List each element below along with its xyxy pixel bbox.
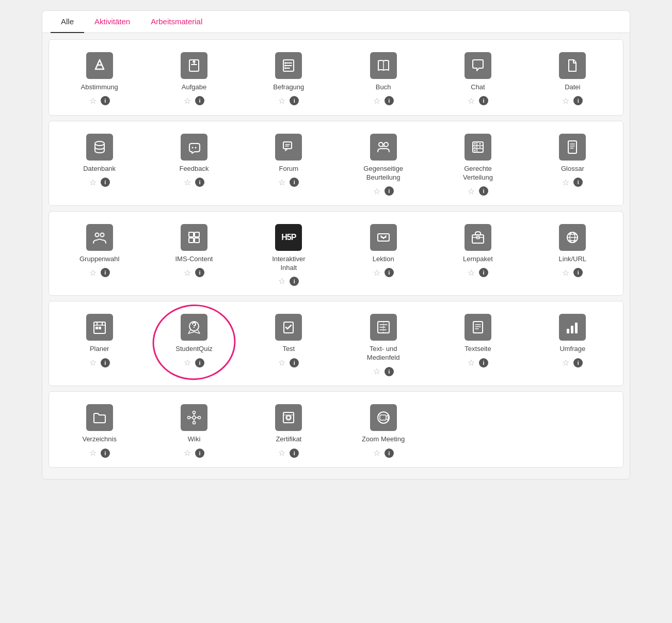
item-lektion[interactable]: Lektion ☆ i: [337, 216, 429, 292]
datei-info[interactable]: i: [573, 96, 583, 105]
planer-star[interactable]: ☆: [89, 358, 97, 368]
item-buch[interactable]: Buch ☆ i: [337, 44, 429, 111]
gruppenwahl-label: Gruppenwahl: [79, 255, 119, 264]
item-glossar[interactable]: Glossar ☆ i: [526, 125, 619, 201]
datei-star[interactable]: ☆: [562, 96, 569, 106]
item-ims[interactable]: IMS-Content ☆ i: [148, 216, 240, 292]
gerechte-info[interactable]: i: [479, 186, 488, 196]
feedback-info[interactable]: i: [195, 178, 204, 187]
gruppenwahl-star[interactable]: ☆: [89, 268, 97, 278]
datenbank-star[interactable]: ☆: [89, 178, 97, 187]
item-test[interactable]: Test ☆ i: [243, 306, 335, 381]
item-datenbank[interactable]: Datenbank ☆ i: [53, 125, 146, 201]
tab-alle[interactable]: Alle: [51, 11, 84, 33]
item-gegenseitige[interactable]: GegenseitigeBeurteilung ☆ i: [337, 125, 429, 201]
gegenseitige-label: GegenseitigeBeurteilung: [363, 165, 403, 182]
item-planer[interactable]: Planer ☆ i: [53, 306, 146, 381]
befragung-star[interactable]: ☆: [278, 96, 285, 106]
item-feedback[interactable]: Feedback ☆ i: [148, 125, 240, 201]
aufgabe-info[interactable]: i: [195, 96, 204, 105]
feedback-star[interactable]: ☆: [184, 178, 191, 187]
ims-star[interactable]: ☆: [184, 268, 191, 278]
svg-point-29: [479, 143, 481, 145]
studentquiz-star[interactable]: ☆: [184, 358, 191, 368]
item-linkurl[interactable]: Link/URL ☆ i: [526, 216, 619, 292]
verzeichnis-star[interactable]: ☆: [89, 448, 97, 458]
glossar-star[interactable]: ☆: [562, 178, 569, 187]
tab-aktivitaeten[interactable]: Aktivitäten: [84, 11, 140, 33]
zoom-star[interactable]: ☆: [373, 448, 380, 458]
zertifikat-star[interactable]: ☆: [278, 448, 285, 458]
gegenseitige-info[interactable]: i: [385, 186, 394, 196]
item-lernpaket[interactable]: Lernpaket ☆ i: [431, 216, 524, 292]
gruppenwahl-info[interactable]: i: [101, 268, 110, 277]
glossar-info[interactable]: i: [573, 178, 583, 187]
studentquiz-info[interactable]: i: [195, 358, 204, 368]
studentquiz-actions: ☆ i: [184, 358, 204, 368]
forum-star[interactable]: ☆: [278, 178, 285, 187]
item-gruppenwahl[interactable]: Gruppenwahl ☆ i: [53, 216, 146, 292]
item-zoom[interactable]: Zoom Meeting ☆ i: [337, 396, 429, 463]
textmedien-star[interactable]: ☆: [373, 366, 380, 376]
item-datei[interactable]: Datei ☆ i: [526, 44, 619, 111]
lernpaket-star[interactable]: ☆: [468, 268, 475, 278]
textseite-star[interactable]: ☆: [468, 358, 475, 368]
item-gerechte[interactable]: GerechteVerteilung ☆ i: [431, 125, 524, 201]
studentquiz-label: StudentQuiz: [175, 345, 213, 354]
abstimmung-info[interactable]: i: [101, 96, 110, 105]
ims-info[interactable]: i: [195, 268, 204, 277]
interaktiv-info[interactable]: i: [290, 277, 299, 286]
gegenseitige-star[interactable]: ☆: [373, 186, 380, 196]
planer-icon: [86, 314, 113, 341]
textseite-info[interactable]: i: [479, 358, 488, 368]
test-info[interactable]: i: [290, 358, 299, 368]
aufgabe-label: Aufgabe: [182, 83, 206, 92]
item-forum[interactable]: Forum ☆ i: [243, 125, 335, 201]
item-studentquiz[interactable]: StudentQuiz ☆ i: [148, 306, 240, 381]
tab-arbeitsmaterial[interactable]: Arbeitsmaterial: [140, 11, 213, 33]
planer-info[interactable]: i: [101, 358, 110, 368]
lernpaket-info[interactable]: i: [479, 268, 488, 277]
lektion-info[interactable]: i: [385, 268, 394, 277]
item-chat[interactable]: Chat ☆ i: [431, 44, 524, 111]
zoom-info[interactable]: i: [385, 449, 394, 458]
item-interaktiv[interactable]: H5P InteraktiverInhalt ☆ i: [243, 216, 335, 292]
item-abstimmung[interactable]: Abstimmung ☆ i: [53, 44, 146, 111]
test-star[interactable]: ☆: [278, 358, 285, 368]
datenbank-info[interactable]: i: [101, 178, 110, 187]
svg-point-60: [194, 327, 195, 328]
item-textseite[interactable]: Textseite ☆ i: [431, 306, 524, 381]
abstimmung-star[interactable]: ☆: [89, 96, 97, 106]
linkurl-info[interactable]: i: [573, 268, 583, 277]
umfrage-star[interactable]: ☆: [562, 358, 569, 368]
textseite-actions: ☆ i: [468, 358, 488, 368]
interaktiv-star[interactable]: ☆: [278, 276, 285, 286]
verzeichnis-info[interactable]: i: [101, 449, 110, 458]
svg-rect-13: [284, 68, 286, 69]
befragung-info[interactable]: i: [290, 96, 299, 105]
lektion-star[interactable]: ☆: [373, 268, 380, 278]
forum-info[interactable]: i: [290, 178, 299, 187]
item-wiki[interactable]: Wiki ☆ i: [148, 396, 240, 463]
verzeichnis-actions: ☆ i: [89, 448, 110, 458]
aufgabe-star[interactable]: ☆: [184, 96, 191, 106]
buch-info[interactable]: i: [385, 96, 394, 105]
textmedien-info[interactable]: i: [385, 367, 394, 376]
linkurl-star[interactable]: ☆: [562, 268, 569, 278]
gerechte-star[interactable]: ☆: [468, 186, 475, 196]
item-befragung[interactable]: Befragung ☆ i: [243, 44, 335, 111]
zertifikat-info[interactable]: i: [290, 449, 299, 458]
textseite-label: Textseite: [465, 345, 491, 354]
item-zertifikat[interactable]: Zertifikat ☆ i: [243, 396, 335, 463]
wiki-info[interactable]: i: [195, 449, 204, 458]
abstimmung-label: Abstimmung: [81, 83, 118, 92]
item-verzeichnis[interactable]: Verzeichnis ☆ i: [53, 396, 146, 463]
chat-info[interactable]: i: [479, 96, 488, 105]
chat-star[interactable]: ☆: [468, 96, 475, 106]
umfrage-info[interactable]: i: [573, 358, 583, 368]
wiki-star[interactable]: ☆: [184, 448, 191, 458]
item-textmedien[interactable]: Text- undMedienfeld ☆ i: [337, 306, 429, 381]
buch-star[interactable]: ☆: [373, 96, 380, 106]
item-umfrage[interactable]: Umfrage ☆ i: [526, 306, 619, 381]
item-aufgabe[interactable]: Aufgabe ☆ i: [148, 44, 240, 111]
